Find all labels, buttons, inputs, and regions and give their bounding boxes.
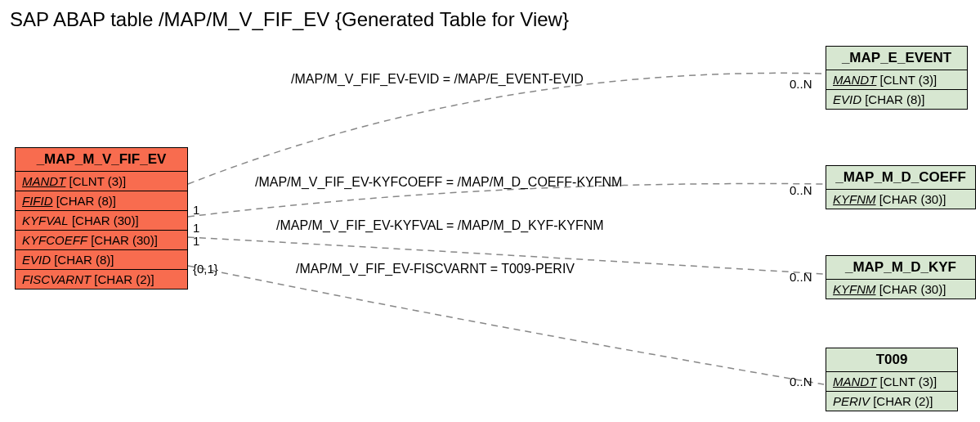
entity-row: FIFID [CHAR (8)] [16, 191, 187, 211]
entity-title: _MAP_M_D_KYF [826, 256, 975, 280]
entity-main-title: _MAP_M_V_FIF_EV [16, 148, 187, 172]
entity-row: KYFNM [CHAR (30)] [826, 190, 975, 209]
cardinality-right: 0..N [790, 375, 812, 388]
cardinality-left: {0,1} [193, 262, 218, 276]
entity-row: MANDT [CLNT (3)] [826, 372, 957, 392]
entity-map-m-d-kyf: _MAP_M_D_KYF KYFNM [CHAR (30)] [826, 255, 976, 299]
relation-label: /MAP/M_V_FIF_EV-KYFCOEFF = /MAP/M_D_COEF… [255, 175, 622, 190]
relation-label: /MAP/M_V_FIF_EV-KYFVAL = /MAP/M_D_KYF-KY… [276, 218, 604, 233]
cardinality-left: 1 [193, 221, 199, 235]
entity-t009: T009 MANDT [CLNT (3)] PERIV [CHAR (2)] [826, 348, 958, 411]
entity-row: MANDT [CLNT (3)] [16, 172, 187, 191]
entity-title: _MAP_M_D_COEFF [826, 166, 975, 190]
cardinality-right: 0..N [790, 270, 812, 284]
entity-main: _MAP_M_V_FIF_EV MANDT [CLNT (3)] FIFID [… [15, 147, 188, 290]
entity-map-e-event: _MAP_E_EVENT MANDT [CLNT (3)] EVID [CHAR… [826, 46, 968, 110]
entity-map-m-d-coeff: _MAP_M_D_COEFF KYFNM [CHAR (30)] [826, 165, 976, 209]
entity-row: KYFCOEFF [CHAR (30)] [16, 231, 187, 250]
entity-title: _MAP_E_EVENT [826, 47, 967, 70]
page-title: SAP ABAP table /MAP/M_V_FIF_EV {Generate… [10, 8, 569, 31]
entity-row: PERIV [CHAR (2)] [826, 392, 957, 411]
cardinality-left: 1 [193, 234, 199, 248]
entity-row: KYFNM [CHAR (30)] [826, 280, 975, 299]
cardinality-left: 1 [193, 203, 199, 217]
relation-label: /MAP/M_V_FIF_EV-FISCVARNT = T009-PERIV [296, 262, 575, 276]
entity-row: FISCVARNT [CHAR (2)] [16, 270, 187, 289]
entity-row: KYFVAL [CHAR (30)] [16, 211, 187, 231]
relation-label: /MAP/M_V_FIF_EV-EVID = /MAP/E_EVENT-EVID [291, 72, 584, 87]
cardinality-right: 0..N [790, 77, 812, 91]
cardinality-right: 0..N [790, 183, 812, 197]
entity-title: T009 [826, 348, 957, 372]
entity-row: MANDT [CLNT (3)] [826, 70, 967, 90]
entity-row: EVID [CHAR (8)] [826, 90, 967, 109]
entity-row: EVID [CHAR (8)] [16, 250, 187, 270]
